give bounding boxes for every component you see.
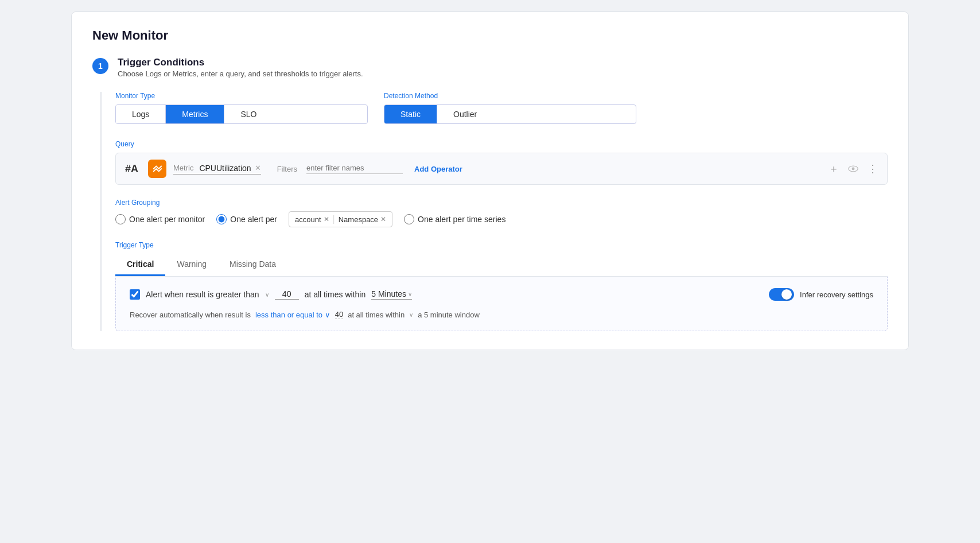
tag-namespace-close[interactable]: ✕ [380,215,386,223]
detection-method-group: Static Outlier [384,104,636,124]
page-title: New Monitor [92,28,888,43]
section-header: 1 Trigger Conditions Choose Logs or Metr… [92,57,888,78]
alert-mid-text: at all times within [305,290,366,299]
metric-value[interactable]: CPUUtilization [199,164,251,173]
query-actions: ＋ ⋮ [829,162,878,176]
monitor-type-slo[interactable]: SLO [224,105,273,123]
recover-value: 40 [335,310,343,319]
radio-per-monitor[interactable]: One alert per monitor [115,214,205,224]
radio-per-series-input[interactable] [404,214,414,224]
query-label: Query [115,140,888,148]
trigger-tabs: Critical Warning Missing Data [115,254,888,277]
radio-per-group-label: One alert per [230,215,277,224]
radio-per-series-label: One alert per time series [418,215,505,224]
tab-missing-data[interactable]: Missing Data [218,254,287,276]
radio-per-group-input[interactable] [216,214,227,224]
monitor-type-block: Monitor Type Logs Metrics SLO [115,92,368,124]
alert-value-input[interactable] [275,289,299,300]
filter-input[interactable] [306,164,403,174]
tag-namespace: Namespace ✕ [339,215,386,224]
monitor-type-metrics[interactable]: Metrics [166,105,224,123]
trigger-type-label: Trigger Type [115,241,888,249]
detection-outlier[interactable]: Outlier [437,105,493,123]
alert-row: Alert when result is greater than ∨ at a… [130,288,873,301]
query-id: #A [125,163,141,175]
step-badge: 1 [92,58,108,74]
radio-per-group[interactable]: One alert per [216,214,277,224]
metric-label: Metric [173,164,193,172]
toggle-slider [769,288,794,301]
visibility-button[interactable] [848,163,858,175]
trigger-content: Alert when result is greater than ∨ at a… [115,277,888,331]
alert-checkbox[interactable] [130,289,140,300]
detection-method-block: Detection Method Static Outlier [384,92,636,124]
monitor-type-logs[interactable]: Logs [116,105,166,123]
trigger-type-section: Trigger Type Critical Warning Missing Da… [115,241,888,331]
tag-account: account ✕ [295,215,329,224]
metric-field: Metric CPUUtilization ✕ [173,164,261,174]
section-title-block: Trigger Conditions Choose Logs or Metric… [118,57,363,78]
recover-time-dropdown[interactable]: ∨ [409,312,413,318]
alert-grouping-label: Alert Grouping [115,199,888,207]
query-icon [148,160,166,178]
section-content: Monitor Type Logs Metrics SLO Detection … [100,92,888,331]
metric-clear-icon[interactable]: ✕ [255,164,261,172]
more-options-button[interactable]: ⋮ [868,162,878,175]
recover-condition: less than or equal to [255,311,322,319]
filters-label: Filters [277,165,297,173]
tab-warning[interactable]: Warning [165,254,218,276]
radio-per-series[interactable]: One alert per time series [404,214,505,224]
section-title: Trigger Conditions [118,57,363,68]
detection-method-label: Detection Method [384,92,636,100]
time-window-caret: ∨ [408,291,412,297]
monitor-type-label: Monitor Type [115,92,368,100]
tag-account-close[interactable]: ✕ [324,215,329,223]
monitor-card: New Monitor 1 Trigger Conditions Choose … [71,11,909,350]
tab-critical[interactable]: Critical [115,254,165,276]
toggle-label: Infer recovery settings [800,290,873,299]
query-section: Query #A Metric CPUUtilization ✕ Filters… [115,140,888,185]
recover-condition-dropdown[interactable]: less than or equal to ∨ [255,311,330,319]
detection-static[interactable]: Static [384,105,437,123]
query-row: #A Metric CPUUtilization ✕ Filters Add O… [115,153,888,185]
section-subtitle: Choose Logs or Metrics, enter a query, a… [118,69,363,78]
tag-group: account ✕ | Namespace ✕ [289,211,392,227]
grouping-row: One alert per monitor One alert per acco… [115,211,888,227]
infer-toggle[interactable] [769,288,794,301]
add-operator-button[interactable]: Add Operator [414,165,462,173]
monitor-type-group: Logs Metrics SLO [115,104,368,124]
toggle-container: Infer recovery settings [769,288,873,301]
time-window-dropdown[interactable]: 5 Minutes ∨ [371,289,412,300]
recover-caret: ∨ [325,311,330,319]
radio-per-monitor-label: One alert per monitor [129,215,205,224]
recover-suffix: a 5 minute window [418,311,480,319]
recover-prefix: Recover automatically when result is [130,311,251,319]
add-query-button[interactable]: ＋ [829,162,839,176]
time-window-value: 5 Minutes [371,289,406,298]
svg-point-1 [852,167,855,170]
alert-prefix: Alert when result is greater than [146,290,259,299]
greater-than-dropdown[interactable]: ∨ [265,292,269,298]
type-group: Monitor Type Logs Metrics SLO Detection … [115,92,888,124]
alert-grouping-section: Alert Grouping One alert per monitor One… [115,199,888,227]
recover-row: Recover automatically when result is les… [130,310,873,319]
radio-per-monitor-input[interactable] [115,214,126,224]
recover-mid: at all times within [348,311,405,319]
